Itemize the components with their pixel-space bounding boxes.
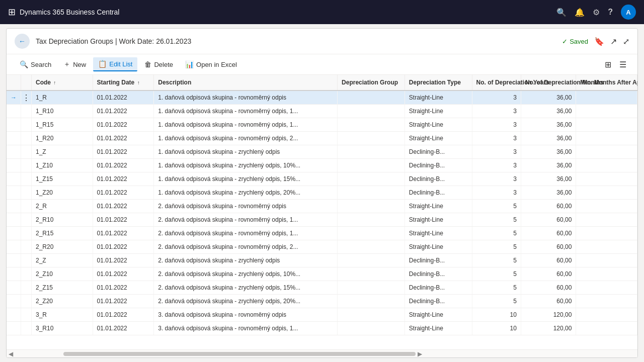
toolbar-right-actions: ⊞ ☰: [602, 58, 629, 71]
row-indicator: [7, 227, 21, 240]
code-cell: 1_R: [32, 90, 93, 105]
table-row[interactable]: 2_Z1001.01.20222. daňová odpisová skupin…: [7, 267, 637, 281]
table-row[interactable]: 2_R1501.01.20222. daňová odpisová skupin…: [7, 227, 637, 240]
row-menu-cell[interactable]: [21, 200, 32, 213]
search-button[interactable]: 🔍 Search: [15, 58, 56, 71]
row-indicator: [7, 172, 21, 186]
data-table-container[interactable]: Code ↑ Starting Date ↑ Description Depre…: [7, 75, 637, 349]
saved-status: ✓ Saved: [562, 38, 588, 45]
table-row[interactable]: 3_R01.01.20223. daňová odpisová skupina …: [7, 308, 637, 322]
description-cell: 1. daňová odpisová skupina - rovnoměrný …: [154, 118, 338, 132]
code-cell: 3_R10: [32, 322, 93, 335]
table-row[interactable]: 1_R2001.01.20221. daňová odpisová skupin…: [7, 132, 637, 145]
dep-group-cell: [338, 322, 405, 335]
new-button[interactable]: ＋ New: [58, 57, 91, 71]
horizontal-scrollbar[interactable]: ◀ ▶: [7, 349, 637, 357]
dep-group-cell: [338, 118, 405, 132]
row-menu-cell[interactable]: [21, 186, 32, 200]
notification-icon[interactable]: 🔔: [575, 8, 585, 17]
scroll-thumb[interactable]: [63, 352, 416, 356]
avatar[interactable]: A: [621, 5, 636, 20]
description-cell: 3. daňová odpisová skupina - rovnoměrný …: [154, 322, 338, 335]
row-menu-cell[interactable]: [21, 322, 32, 335]
table-row[interactable]: 2_R1001.01.20222. daňová odpisová skupin…: [7, 213, 637, 227]
dep-years-cell: 5: [472, 254, 521, 267]
search-icon-top[interactable]: 🔍: [556, 8, 567, 17]
expand-button[interactable]: ⤢: [623, 37, 629, 46]
scroll-left-button[interactable]: ◀: [9, 350, 13, 357]
help-icon[interactable]: ?: [608, 8, 613, 17]
code-cell: 1_R15: [32, 118, 93, 132]
table-row[interactable]: 3_R1001.01.20223. daňová odpisová skupin…: [7, 322, 637, 335]
row-menu-cell[interactable]: ⋮: [21, 90, 32, 105]
row-menu-cell[interactable]: [21, 281, 32, 295]
app-branding: ⊞ Dynamics 365 Business Central: [8, 7, 119, 18]
edit-list-button[interactable]: 📋 Edit List: [93, 57, 137, 71]
min-months-cell: [576, 172, 637, 186]
col-description[interactable]: Description: [154, 75, 338, 90]
column-chooser-button[interactable]: ☰: [616, 58, 629, 71]
table-row[interactable]: 2_Z1501.01.20222. daňová odpisová skupin…: [7, 281, 637, 295]
row-menu-cell[interactable]: [21, 132, 32, 145]
back-icon: ←: [19, 37, 26, 45]
row-menu-cell[interactable]: [21, 308, 32, 322]
col-starting-date[interactable]: Starting Date ↑: [93, 75, 154, 90]
row-menu-cell[interactable]: [21, 254, 32, 267]
dep-group-cell: [338, 90, 405, 105]
description-cell: 2. daňová odpisová skupina - rovnoměrný …: [154, 213, 338, 227]
row-menu-cell[interactable]: [21, 295, 32, 308]
dep-years-cell: 3: [472, 105, 521, 118]
scroll-right-button[interactable]: ▶: [418, 350, 422, 357]
table-row[interactable]: 2_R01.01.20222. daňová odpisová skupina …: [7, 200, 637, 213]
filter-button[interactable]: ⊞: [602, 58, 614, 71]
open-in-excel-button[interactable]: 📊 Open in Excel: [180, 58, 242, 71]
table-row[interactable]: 2_R2001.01.20222. daňová odpisová skupin…: [7, 240, 637, 254]
col-code[interactable]: Code ↑: [32, 75, 93, 90]
min-months-cell: [576, 308, 637, 322]
table-row[interactable]: 1_R1001.01.20221. daňová odpisová skupin…: [7, 105, 637, 118]
date-cell: 01.01.2022: [93, 254, 154, 267]
table-row[interactable]: 1_Z1001.01.20221. daňová odpisová skupin…: [7, 159, 637, 172]
code-cell: 1_Z15: [32, 172, 93, 186]
row-menu-cell[interactable]: [21, 159, 32, 172]
row-menu-cell[interactable]: [21, 145, 32, 159]
row-menu-cell[interactable]: [21, 213, 32, 227]
table-row[interactable]: 1_Z1501.01.20221. daňová odpisová skupin…: [7, 172, 637, 186]
col-dep-type[interactable]: Depreciation Type: [405, 75, 472, 90]
row-context-menu-button[interactable]: ⋮: [22, 93, 30, 103]
dep-years-cell: 3: [472, 172, 521, 186]
settings-icon-top[interactable]: ⚙: [593, 8, 600, 17]
row-menu-cell[interactable]: [21, 240, 32, 254]
excel-icon: 📊: [185, 60, 194, 68]
table-row[interactable]: 1_Z01.01.20221. daňová odpisová skupina …: [7, 145, 637, 159]
row-menu-cell[interactable]: [21, 118, 32, 132]
delete-button[interactable]: 🗑 Delete: [139, 58, 178, 71]
row-menu-cell[interactable]: [21, 105, 32, 118]
table-row[interactable]: →⋮1_R01.01.20221. daňová odpisová skupin…: [7, 90, 637, 105]
share-button[interactable]: ↗: [610, 37, 617, 46]
row-menu-cell[interactable]: [21, 227, 32, 240]
table-row[interactable]: 1_R1501.01.20221. daňová odpisová skupin…: [7, 118, 637, 132]
row-menu-cell[interactable]: [21, 267, 32, 281]
table-row[interactable]: 2_Z2001.01.20222. daňová odpisová skupin…: [7, 295, 637, 308]
table-row[interactable]: 2_Z01.01.20222. daňová odpisová skupina …: [7, 254, 637, 267]
date-cell: 01.01.2022: [93, 132, 154, 145]
col-dep-group[interactable]: Depreciation Group: [338, 75, 405, 90]
row-indicator: [7, 281, 21, 295]
min-months-cell: [576, 322, 637, 335]
dep-type-cell: Declining-B...: [405, 267, 472, 281]
col-dep-years[interactable]: No. of Depreciation Years: [472, 75, 521, 90]
dep-group-cell: [338, 240, 405, 254]
table-row[interactable]: 1_Z2001.01.20221. daňová odpisová skupin…: [7, 186, 637, 200]
row-menu-cell[interactable]: [21, 172, 32, 186]
dep-type-cell: Straight-Line: [405, 213, 472, 227]
sort-arrow-code: ↑: [53, 80, 56, 85]
col-min-months[interactable]: Min. Months After Appreciation: [576, 75, 637, 90]
dep-months-cell: 60,00: [521, 213, 576, 227]
back-button[interactable]: ←: [15, 34, 30, 49]
date-cell: 01.01.2022: [93, 213, 154, 227]
bookmark-button[interactable]: 🔖: [594, 37, 604, 46]
dep-type-cell: Declining-B...: [405, 172, 472, 186]
col-dep-months[interactable]: No. of Depreciation Months: [521, 75, 576, 90]
min-months-cell: [576, 200, 637, 213]
